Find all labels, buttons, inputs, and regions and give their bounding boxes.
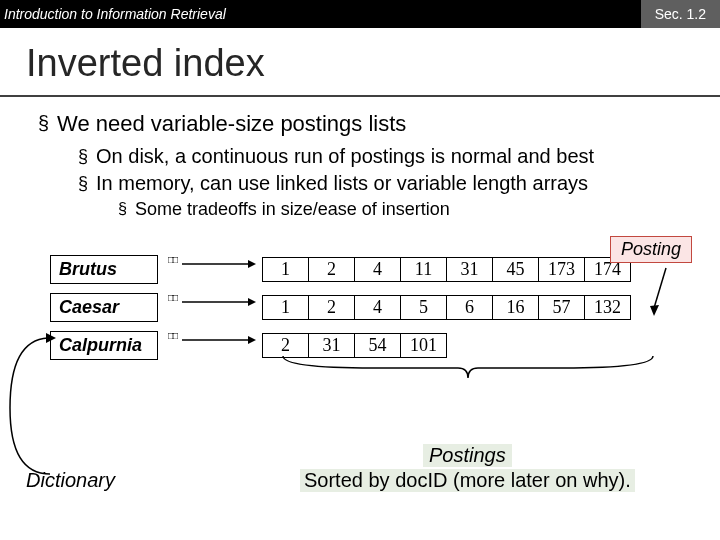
- dictionary-label: Dictionary: [26, 469, 115, 492]
- postings-caption: Postings Sorted by docID (more later on …: [300, 444, 635, 492]
- index-row-brutus: Brutus □□ 1 2 4 11 31 45 173 174: [50, 254, 692, 284]
- brace-icon: [278, 354, 658, 384]
- postings-heading: Postings: [423, 444, 512, 467]
- term-box: Caesar: [50, 293, 158, 322]
- posting-callout: Posting: [610, 236, 692, 263]
- posting-cell: 2: [309, 295, 355, 319]
- slide-header: Introduction to Information Retrieval Se…: [0, 0, 720, 28]
- title-divider: [0, 95, 720, 97]
- svg-marker-7: [650, 305, 659, 316]
- postings-row: 1 2 4 11 31 45 173 174: [262, 257, 631, 282]
- posting-cell: 1: [263, 257, 309, 281]
- posting-cell: 5: [401, 295, 447, 319]
- posting-arrow-icon: [648, 266, 672, 316]
- svg-marker-8: [46, 333, 56, 343]
- term-box: Calpurnia: [50, 331, 158, 360]
- bullet-level2: On disk, a continuous run of postings is…: [78, 145, 692, 168]
- posting-cell: 2: [309, 257, 355, 281]
- posting-cell: 57: [539, 295, 585, 319]
- arrow-icon: □□: [168, 334, 256, 356]
- posting-cell: 16: [493, 295, 539, 319]
- bullet-level2: In memory, can use linked lists or varia…: [78, 172, 692, 195]
- posting-cell: 4: [355, 257, 401, 281]
- posting-cell: 6: [447, 295, 493, 319]
- posting-cell: 173: [539, 257, 585, 281]
- term-box: Brutus: [50, 255, 158, 284]
- bullet-level3: Some tradeoffs in size/ease of insertion: [118, 199, 692, 220]
- posting-cell: 4: [355, 295, 401, 319]
- bullet-level1: We need variable-size postings lists: [38, 111, 692, 137]
- index-row-caesar: Caesar □□ 1 2 4 5 6 16 57 132: [50, 292, 692, 322]
- svg-line-6: [654, 268, 666, 308]
- svg-marker-3: [248, 298, 256, 306]
- slide-title: Inverted index: [26, 42, 720, 85]
- svg-marker-1: [248, 260, 256, 268]
- posting-cell: 45: [493, 257, 539, 281]
- svg-marker-5: [248, 336, 256, 344]
- posting-cell: 11: [401, 257, 447, 281]
- arrow-icon: □□: [168, 296, 256, 318]
- dictionary-arrow-icon: [2, 328, 58, 488]
- posting-cell: 132: [585, 295, 631, 319]
- postings-note: Sorted by docID (more later on why).: [300, 469, 635, 492]
- posting-cell: 31: [447, 257, 493, 281]
- postings-row: 1 2 4 5 6 16 57 132: [262, 295, 631, 320]
- index-diagram: Brutus □□ 1 2 4 11 31 45 173 174 Caesar …: [50, 254, 692, 360]
- arrow-icon: □□: [168, 258, 256, 280]
- section-number: Sec. 1.2: [641, 0, 720, 28]
- course-title: Introduction to Information Retrieval: [0, 6, 226, 22]
- posting-cell: 1: [263, 295, 309, 319]
